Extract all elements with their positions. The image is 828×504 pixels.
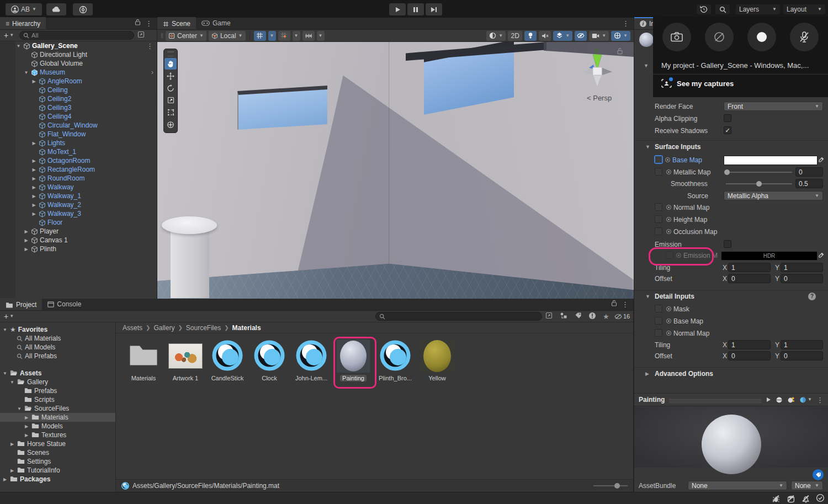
2d-toggle[interactable]: 2D: [508, 31, 522, 41]
base-map-texture-slot[interactable]: [655, 156, 662, 163]
object-picker-icon[interactable]: [666, 169, 671, 174]
grid-snap-toggle[interactable]: [254, 31, 266, 41]
prefab-open-chevron-icon[interactable]: ›: [151, 68, 153, 76]
step-button[interactable]: [426, 3, 442, 15]
see-my-captures-button[interactable]: See my captures: [661, 79, 734, 88]
object-picker-icon[interactable]: [676, 253, 681, 258]
smoothness-slider[interactable]: [726, 183, 792, 184]
project-folder-horse-statue[interactable]: ▶Horse Statue: [0, 439, 115, 448]
offset-y-field[interactable]: 0: [781, 274, 823, 283]
receive-shadows-checkbox[interactable]: ✓: [724, 126, 731, 134]
offset-x-field[interactable]: 0: [728, 274, 771, 283]
pivot-mode-dropdown[interactable]: Center▼: [166, 31, 206, 41]
log-filter-icon[interactable]: [588, 312, 596, 321]
hierarchy-item-roundroom[interactable]: ▶RoundRoom: [0, 174, 157, 183]
grid-size-button[interactable]: [302, 31, 315, 41]
foldout-closed-icon[interactable]: ▶: [31, 203, 37, 208]
tab-hierarchy[interactable]: ≡ Hierarchy: [0, 17, 46, 29]
scene-viewport[interactable]: y < Persp: [157, 42, 634, 299]
foldout-closed-icon[interactable]: ▶: [31, 185, 37, 190]
kebab-menu-icon[interactable]: ⋮: [622, 19, 629, 28]
foldout-closed-icon[interactable]: ▶: [9, 442, 15, 447]
hierarchy-item-octagonroom[interactable]: ▶OctagonRoom: [0, 156, 157, 165]
help-icon[interactable]: ?: [808, 293, 816, 300]
hierarchy-item-walkway[interactable]: ▶Walkway: [0, 183, 157, 192]
detail-tiling-x-field[interactable]: 1: [728, 340, 771, 349]
tiling-y-field[interactable]: 1: [781, 263, 823, 272]
orientation-mode-dropdown[interactable]: Local▼: [209, 31, 246, 41]
project-folder-scenes[interactable]: Scenes: [0, 448, 115, 457]
project-folder-sourcefiles[interactable]: ▼SourceFiles: [0, 404, 115, 413]
assetbundle-variant-dropdown[interactable]: None▼: [791, 481, 823, 490]
scale-tool[interactable]: [164, 94, 177, 106]
foldout-closed-icon[interactable]: ▶: [31, 194, 37, 199]
add-asset-button[interactable]: +: [4, 312, 8, 321]
foldout-closed-icon[interactable]: ▶: [31, 211, 37, 216]
hierarchy-item-global-volume[interactable]: Global Volume: [0, 59, 157, 68]
snap-increment-toggle[interactable]: [278, 31, 290, 41]
lock-icon[interactable]: [135, 19, 141, 27]
kebab-menu-icon[interactable]: ⋮: [816, 396, 824, 404]
project-folder-materials[interactable]: ▶Materials: [0, 413, 115, 422]
hierarchy-item-ceiling3[interactable]: Ceiling3: [0, 103, 157, 112]
normal-map-texture-slot[interactable]: [655, 203, 662, 211]
hidden-packages-count[interactable]: 16: [614, 313, 630, 320]
pause-button[interactable]: [407, 3, 424, 15]
pop-out-icon[interactable]: [137, 31, 145, 40]
effects-dropdown[interactable]: ▼: [553, 31, 572, 41]
preview-shaded-icon[interactable]: [776, 396, 783, 404]
screen-record-off-button[interactable]: [705, 23, 734, 51]
foldout-closed-icon[interactable]: ▶: [31, 79, 37, 84]
foldout-closed-icon[interactable]: ▶: [31, 141, 37, 146]
record-button[interactable]: [747, 23, 776, 51]
hierarchy-item-ceiling[interactable]: Ceiling: [0, 86, 157, 94]
asset-item-materials[interactable]: Materials: [123, 339, 164, 381]
hierarchy-item-rectangleroom[interactable]: ▶RectangleRoom: [0, 165, 157, 174]
kebab-menu-icon[interactable]: ⋮: [145, 19, 152, 28]
base-map-color-swatch[interactable]: [724, 156, 818, 165]
cloud-button[interactable]: [46, 3, 66, 15]
tab-project[interactable]: Project: [0, 298, 42, 310]
object-picker-icon[interactable]: [666, 331, 671, 336]
undo-history-button[interactable]: [697, 4, 711, 14]
foldout-closed-icon[interactable]: ▶: [23, 238, 29, 243]
source-dropdown[interactable]: Metallic Alpha▼: [724, 191, 823, 200]
foldout-open-icon[interactable]: ▼: [15, 44, 22, 49]
foldout-closed-icon[interactable]: ▶: [9, 468, 15, 473]
lock-icon[interactable]: [611, 300, 617, 308]
hierarchy-item-ceiling4[interactable]: Ceiling4: [0, 112, 157, 121]
height-map-texture-slot[interactable]: [655, 215, 662, 223]
label-filter-icon[interactable]: [575, 312, 582, 321]
cache-disabled-icon[interactable]: [786, 494, 795, 503]
foldout-closed-icon[interactable]: ▶: [24, 433, 29, 438]
breadcrumb-assets[interactable]: Assets: [123, 324, 142, 332]
debugger-disabled-icon[interactable]: [771, 494, 781, 503]
project-folder-packages[interactable]: ▶Packages: [0, 475, 115, 484]
global-search-button[interactable]: [715, 4, 730, 14]
project-folder-settings[interactable]: Settings: [0, 457, 115, 466]
hierarchy-item-walkway-2[interactable]: ▶Walkway_2: [0, 200, 157, 209]
object-picker-icon[interactable]: [666, 205, 671, 210]
mask-texture-slot[interactable]: [655, 305, 662, 312]
object-picker-icon[interactable]: [665, 157, 670, 162]
status-ok-icon[interactable]: [816, 494, 825, 504]
favorite-search-all-models[interactable]: All Models: [0, 343, 115, 352]
hierarchy-item-plinth[interactable]: ▶Plinth: [0, 245, 157, 253]
orientation-gizmo[interactable]: y: [576, 45, 619, 94]
grid-snap-dropdown[interactable]: ▼: [268, 31, 276, 41]
hierarchy-item-floor[interactable]: Floor: [0, 218, 157, 227]
project-folder-gallery[interactable]: ▼Gallery: [0, 378, 115, 386]
detail-normal-map-texture-slot[interactable]: [655, 329, 662, 337]
pop-out-icon[interactable]: [545, 312, 553, 321]
rotate-tool[interactable]: [164, 82, 177, 94]
favorites-filter-icon[interactable]: ★: [603, 312, 609, 321]
foldout-open-icon[interactable]: ▼: [23, 70, 29, 75]
eyedropper-icon[interactable]: [817, 155, 825, 165]
drag-handle-icon[interactable]: [669, 398, 761, 403]
emission-map-texture-slot[interactable]: [666, 251, 673, 259]
object-picker-icon[interactable]: [666, 306, 671, 311]
project-folder-scripts[interactable]: Scripts: [0, 395, 115, 404]
project-folder-models[interactable]: ▶Models: [0, 422, 115, 431]
hierarchy-item-angleroom[interactable]: ▶AngleRoom: [0, 77, 157, 86]
version-control-button[interactable]: [73, 3, 93, 15]
